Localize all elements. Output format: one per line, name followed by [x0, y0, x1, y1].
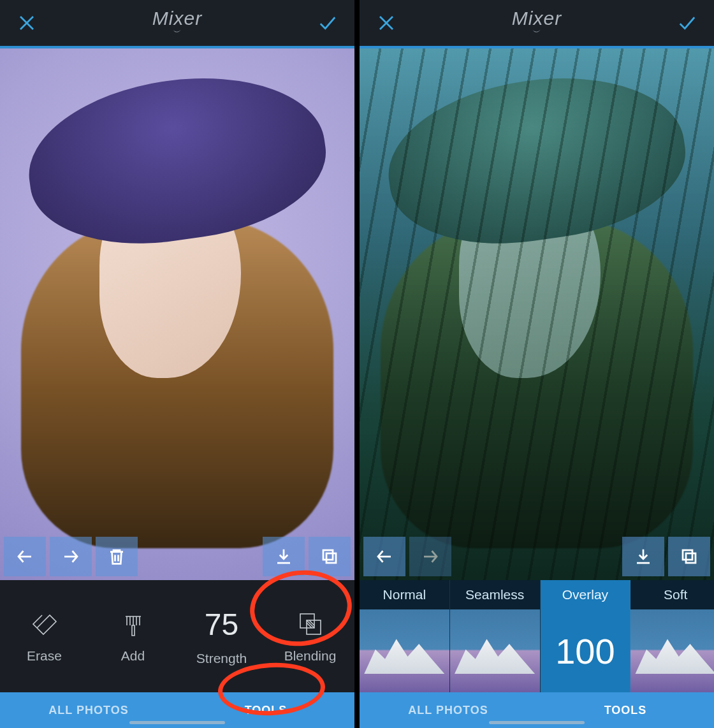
blend-mode-label: Soft — [630, 580, 714, 609]
download-icon — [634, 547, 653, 566]
svg-rect-5 — [683, 550, 692, 560]
chevron-down-icon: ︶ — [0, 27, 354, 38]
tool-add[interactable]: Add — [89, 609, 177, 664]
brush-icon — [118, 609, 149, 639]
blend-thumb — [630, 609, 714, 692]
blend-modes-row[interactable]: Normal Seamless Overlay 100 Soft — [360, 580, 714, 692]
close-button[interactable] — [374, 10, 399, 36]
chevron-down-icon: ︶ — [360, 27, 714, 38]
tool-erase-label: Erase — [27, 648, 62, 664]
blend-thumb — [360, 609, 449, 692]
portrait-placeholder — [0, 48, 354, 580]
header: Mixer ︶ — [0, 0, 354, 46]
blend-mode-soft[interactable]: Soft — [630, 580, 714, 692]
blend-mode-normal[interactable]: Normal — [360, 580, 450, 692]
blend-thumb — [450, 609, 540, 692]
arrow-left-icon — [375, 547, 394, 566]
phone-left: Mixer ︶ — [0, 0, 354, 728]
delete-button[interactable] — [96, 537, 138, 576]
close-button[interactable] — [14, 10, 40, 36]
edit-canvas[interactable] — [360, 48, 714, 580]
arrow-left-icon — [15, 547, 34, 566]
confirm-button[interactable] — [674, 10, 700, 36]
eraser-icon — [29, 609, 60, 639]
portrait-placeholder — [360, 48, 714, 580]
blend-mode-label: Seamless — [450, 580, 540, 609]
undo-button[interactable] — [363, 537, 405, 576]
checkmark-icon — [678, 13, 697, 33]
close-icon — [17, 13, 36, 33]
copy-icon — [680, 547, 699, 566]
blend-mode-label: Normal — [360, 580, 449, 609]
undo-button[interactable] — [4, 537, 46, 576]
screen-title[interactable]: Mixer — [512, 8, 562, 29]
close-icon — [377, 13, 396, 33]
svg-rect-4 — [686, 553, 696, 563]
tool-erase[interactable]: Erase — [0, 609, 89, 664]
blend-thumb: 100 — [541, 609, 630, 692]
strength-value: 75 — [205, 607, 238, 642]
arrow-right-icon — [61, 547, 80, 566]
svg-rect-1 — [323, 550, 333, 560]
tool-add-label: Add — [121, 648, 145, 664]
title-wrap: Mixer ︶ — [0, 8, 354, 38]
screenshot-pair: Mixer ︶ — [0, 0, 714, 728]
duplicate-button[interactable] — [668, 537, 710, 576]
import-button[interactable] — [263, 537, 305, 576]
copy-icon — [320, 547, 339, 566]
tool-blending[interactable]: Blending — [266, 609, 354, 664]
header: Mixer ︶ — [360, 0, 714, 46]
screen-title[interactable]: Mixer — [152, 8, 202, 29]
blending-icon — [295, 609, 326, 639]
canvas-actions — [0, 537, 354, 576]
tool-strength[interactable]: 75 Strength — [177, 607, 266, 666]
blend-mode-label: Overlay — [541, 580, 630, 609]
tools-row: Erase Add 75 Strength Blending — [0, 580, 354, 692]
canvas-actions — [360, 537, 714, 576]
tool-strength-label: Strength — [196, 651, 247, 666]
tool-blending-label: Blending — [284, 648, 337, 664]
redo-button[interactable] — [409, 537, 451, 576]
confirm-button[interactable] — [315, 10, 340, 36]
import-button[interactable] — [622, 537, 664, 576]
title-wrap: Mixer ︶ — [360, 8, 714, 38]
trash-icon — [107, 547, 126, 566]
arrow-right-icon — [421, 547, 440, 566]
home-indicator — [129, 721, 225, 724]
download-icon — [274, 547, 293, 566]
svg-rect-0 — [326, 553, 336, 563]
redo-button[interactable] — [50, 537, 92, 576]
checkmark-icon — [318, 13, 337, 33]
edit-canvas[interactable] — [0, 48, 354, 580]
home-indicator — [489, 721, 585, 724]
blend-value: 100 — [555, 630, 615, 672]
phone-right: Mixer ︶ — [360, 0, 714, 728]
bottom-tabbar: ALL PHOTOS TOOLS — [360, 692, 714, 728]
duplicate-button[interactable] — [309, 537, 351, 576]
blend-mode-overlay[interactable]: Overlay 100 — [541, 580, 631, 692]
blend-mode-seamless[interactable]: Seamless — [450, 580, 541, 692]
bottom-tabbar: ALL PHOTOS TOOLS — [0, 692, 354, 728]
